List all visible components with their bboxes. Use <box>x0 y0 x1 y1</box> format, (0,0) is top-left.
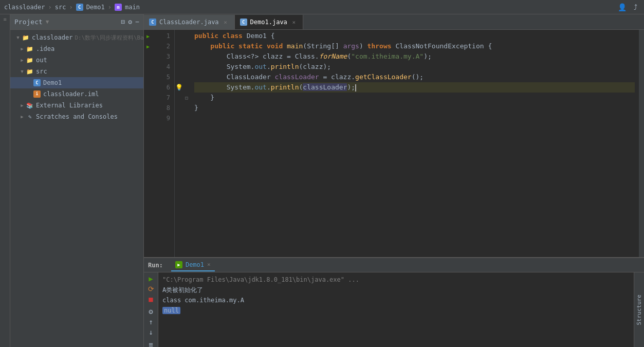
code-line-2: public static void main(String[] args) t… <box>194 41 635 51</box>
tree-item-out[interactable]: ▶ 📁 out <box>10 54 143 66</box>
tree-item-classloader[interactable]: ▼ 📁 classloader D:\数学\同步课程资料\BaiduSynccd… <box>10 32 143 43</box>
tree-item-scratches[interactable]: ▶ ✎ Scratches and Consoles <box>10 111 143 122</box>
folder-icon-idea: 📁 <box>26 45 34 53</box>
tab-demo1-java[interactable]: C Demo1.java × <box>235 15 303 29</box>
run-gutter: ▶ ▶ <box>144 30 154 257</box>
kw-throws: throws <box>367 42 392 50</box>
tab-label-demo1: Demo1.java <box>250 19 287 26</box>
bookmark-slot-7 <box>175 93 183 103</box>
bookmark-slot-6[interactable]: 💡 <box>175 82 183 93</box>
run-filter-btn[interactable]: ≡ <box>146 340 156 347</box>
run-play-btn[interactable]: ▶ <box>146 275 156 283</box>
type-classnotfound: ClassNotFoundException <box>395 42 484 50</box>
kw-public-1: public <box>194 32 218 40</box>
bookmark-slot-4 <box>175 62 183 72</box>
kw-void: void <box>267 42 283 50</box>
left-sidebar-strip: ≡ <box>0 14 10 347</box>
output-line-3: class com.itheima.my.A <box>162 295 630 305</box>
settings-icon[interactable]: ⚙ <box>128 18 132 26</box>
run-settings-btn[interactable]: ⚙ <box>146 307 156 316</box>
code-editor: ▶ ▶ 1 2 3 4 5 6 7 8 9 <box>144 30 644 257</box>
label-out: out <box>36 57 47 64</box>
line-number-7: 7 <box>154 93 170 103</box>
cursor <box>355 84 356 92</box>
editor-area: C ClassLoader.java × C Demo1.java × ▶ ▶ <box>144 14 644 347</box>
fold-slot-6 <box>183 82 190 93</box>
collapse-all-icon[interactable]: ⊟ <box>121 18 125 26</box>
editor-scrollbar[interactable] <box>639 30 644 257</box>
run-scroll-end-btn[interactable]: ↓ <box>146 328 156 336</box>
kw-class: class <box>223 32 243 40</box>
run-tab-demo1[interactable]: ▶ Demo1 × <box>171 259 215 271</box>
classloader-path: D:\数学\同步课程资料\BaiduSynccdisk\实 <box>75 34 143 42</box>
structure-panel[interactable]: Structure <box>634 272 644 347</box>
arrow-ext-lib: ▶ <box>19 102 26 109</box>
tab-classloader-java[interactable]: C ClassLoader.java × <box>144 15 235 29</box>
fold-gutter: ⊟ <box>183 30 190 257</box>
fold-slot-9 <box>183 113 190 123</box>
arrow-out: ▶ <box>19 57 26 64</box>
breadcrumb: classloader › src › C Demo1 › m main <box>4 4 140 11</box>
output-line-1: "C:\Program Files\Java\jdk1.8.0_181\bin\… <box>162 275 630 285</box>
tree-item-src[interactable]: ▼ 📁 src <box>10 66 143 77</box>
run-tab-icon: ▶ <box>175 261 182 268</box>
arrow-demo1 <box>26 79 33 86</box>
arrow-iml <box>26 90 33 98</box>
label-scratches: Scratches and Consoles <box>36 113 118 120</box>
type-classloader: ClassLoader <box>227 73 271 81</box>
run-output: "C:\Program Files\Java\jdk1.8.0_181\bin\… <box>158 272 634 347</box>
tab-icon-demo1: C <box>240 19 247 26</box>
arrow-idea: ▶ <box>19 45 26 52</box>
method-println-1: println <box>271 63 299 70</box>
line-number-2: 2 <box>154 41 170 51</box>
tree-item-ext-lib[interactable]: ▶ 📚 External Libraries <box>10 100 143 111</box>
var-classloader: classLoader <box>275 73 319 81</box>
line-number-5: 5 <box>154 72 170 82</box>
tab-label-classloader: ClassLoader.java <box>159 19 219 26</box>
folder-icon-out: 📁 <box>26 56 34 64</box>
breadcrumb-sep-2: › <box>69 4 72 11</box>
run-rerun-btn[interactable]: ⟳ <box>146 285 156 293</box>
breadcrumb-src: src <box>55 4 66 11</box>
null-badge: null <box>162 307 180 314</box>
run-btn-line1[interactable]: ▶ <box>144 31 152 41</box>
system-out-1: System <box>227 63 251 70</box>
project-dropdown-icon[interactable]: ▼ <box>46 19 49 25</box>
fold-slot-3 <box>183 51 190 62</box>
code-content[interactable]: public class Demo1 { public static void … <box>190 30 639 257</box>
project-panel-header: Project ▼ ⊟ ⚙ − <box>10 14 143 30</box>
arrow-classloader: ▼ <box>14 34 22 41</box>
label-demo1: Demo1 <box>43 79 62 86</box>
run-scroll-up-btn[interactable]: ↑ <box>146 318 156 326</box>
bookmark-slot-1 <box>175 31 183 41</box>
code-line-3: Class<?> clazz = Class.forName("com.ithe… <box>194 51 635 62</box>
fold-slot-8 <box>183 103 190 113</box>
run-panel: Run: ▶ Demo1 × ▶ ⟳ ■ ⚙ ↑ ↓ ≡ ⊟ <box>144 257 644 347</box>
user-icon[interactable]: 👤 <box>617 3 627 12</box>
tree-item-iml[interactable]: i classloader.iml <box>10 88 143 100</box>
bookmark-slot-5 <box>175 72 183 82</box>
run-stop-btn[interactable]: ■ <box>146 295 156 303</box>
tree-item-idea[interactable]: ▶ 📁 .idea <box>10 43 143 54</box>
fold-slot-5 <box>183 72 190 82</box>
share-icon[interactable]: ⤴ <box>631 3 640 12</box>
close-panel-icon[interactable]: − <box>135 18 139 26</box>
run-content: ▶ ⟳ ■ ⚙ ↑ ↓ ≡ ⊟ "C:\Program Files\Java\j… <box>144 272 644 347</box>
tab-close-classloader[interactable]: × <box>222 19 229 26</box>
tree-item-demo1[interactable]: C Demo1 <box>10 77 143 88</box>
run-btn-line2[interactable]: ▶ <box>144 41 152 51</box>
iml-icon: i <box>33 90 41 98</box>
tab-close-demo1[interactable]: × <box>290 19 298 26</box>
param-args: args <box>343 42 359 50</box>
method-forname: forName <box>319 52 347 60</box>
run-tab-label: Run: <box>148 262 169 269</box>
bookmark-slot-3 <box>175 51 183 62</box>
line-numbers: 1 2 3 4 5 6 7 8 9 <box>154 30 175 257</box>
bulb-icon-line6[interactable]: 💡 <box>175 84 183 91</box>
bookmark-slot-2 <box>175 41 183 51</box>
run-tab-close[interactable]: × <box>207 261 211 268</box>
type-string: String <box>307 42 331 50</box>
label-src: src <box>36 68 47 75</box>
sidebar-strip-icon-1[interactable]: ≡ <box>1 16 9 25</box>
fold-slot-7[interactable]: ⊟ <box>183 93 190 103</box>
